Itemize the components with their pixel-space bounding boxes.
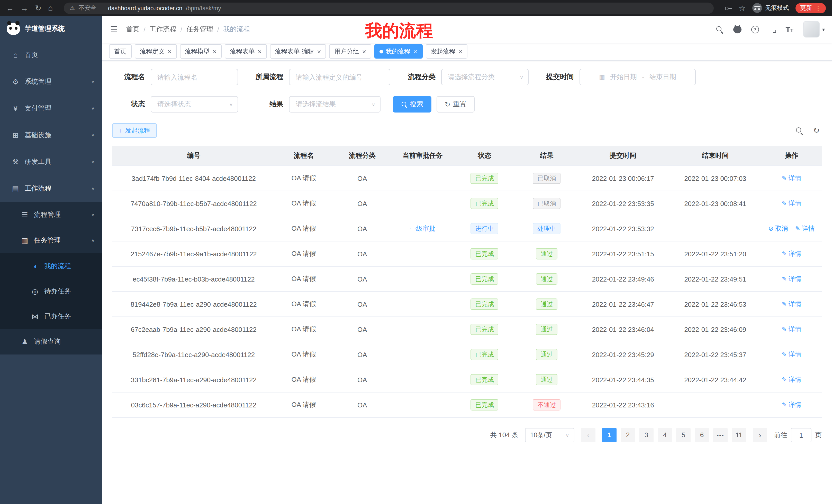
avatar [803, 21, 820, 37]
search-toggle-icon[interactable] [796, 127, 803, 134]
start-process-button[interactable]: + 发起流程 [112, 123, 157, 138]
detail-action-label: 详情 [788, 250, 801, 257]
prev-page-button[interactable]: ‹ [581, 428, 595, 442]
password-key-icon[interactable] [724, 4, 732, 12]
home-icon[interactable]: ⌂ [48, 4, 53, 12]
tab-process-form[interactable]: 流程表单× [225, 44, 267, 59]
sidebar-item-task-management[interactable]: ▥任务管理∧ [0, 228, 102, 253]
next-page-button[interactable]: › [753, 428, 767, 442]
filter-process-name: 流程名 [112, 69, 238, 85]
filter-process-definition: 所属流程 [251, 69, 390, 85]
page-button-1[interactable]: 1 [602, 428, 617, 442]
page-button-4[interactable]: 4 [658, 428, 672, 442]
detail-action-link[interactable]: ✎详情 [782, 300, 801, 307]
sidebar-item-home[interactable]: ⌂首页 [0, 41, 102, 68]
goto-page-input[interactable] [791, 428, 811, 442]
browser-menu-icon[interactable]: ⋮ [815, 4, 821, 11]
github-icon[interactable] [733, 25, 741, 33]
close-icon[interactable]: × [317, 48, 321, 55]
incognito-profile-chip[interactable]: 无痕模式 [752, 3, 789, 13]
page-button-2[interactable]: 2 [621, 428, 635, 442]
breadcrumb-item[interactable]: 首页 [126, 25, 139, 34]
app-logo[interactable]: 芋道管理系统 [0, 16, 102, 41]
close-icon[interactable]: × [413, 48, 417, 55]
fullscreen-icon[interactable] [769, 26, 776, 33]
page-button-3[interactable]: 3 [639, 428, 654, 442]
sidebar-item-workflow[interactable]: ▤工作流程∧ [0, 175, 102, 202]
browser-update-button[interactable]: 更新 ⋮ [796, 3, 826, 13]
page-more-button[interactable]: ••• [713, 428, 728, 442]
process-name-input[interactable] [151, 69, 238, 85]
detail-icon: ✎ [782, 275, 787, 282]
reload-icon[interactable]: ↻ [35, 4, 42, 12]
breadcrumb-item[interactable]: 任务管理 [186, 25, 213, 34]
detail-action-link[interactable]: ✎详情 [795, 225, 815, 232]
result-placeholder: 请选择流结果 [296, 100, 336, 109]
sidebar-item-infrastructure[interactable]: ⊞基础设施∨ [0, 122, 102, 148]
sidebar-item-done-task[interactable]: ⋈已办任务 [0, 304, 102, 329]
forward-icon[interactable]: → [21, 4, 28, 12]
back-icon[interactable]: ← [6, 4, 14, 12]
tab-process-form-edit[interactable]: 流程表单-编辑× [270, 44, 326, 59]
sidebar-item-system-management[interactable]: ⚙系统管理∨ [0, 68, 102, 95]
tab-start-process[interactable]: 发起流程× [425, 44, 467, 59]
detail-action-link[interactable]: ✎详情 [782, 351, 801, 358]
search-icon[interactable] [716, 25, 723, 33]
tab-process-definition[interactable]: 流程定义× [135, 44, 177, 59]
cancel-action-link[interactable]: ⊘取消 [769, 225, 788, 232]
user-avatar-menu[interactable]: ▾ [803, 21, 825, 37]
sidebar-item-todo-task[interactable]: ◎待办任务 [0, 278, 102, 304]
cell-end-time: 2022-01-22 23:46:09 [669, 317, 761, 342]
cell-current-task [392, 267, 453, 291]
help-icon[interactable]: ? [751, 25, 759, 33]
status-select[interactable]: 请选择状态 ∨ [151, 96, 238, 113]
submit-time-range-picker[interactable]: ▦ 开始日期 - 结束日期 [579, 69, 696, 85]
page-button-5[interactable]: 5 [676, 428, 691, 442]
detail-action-link[interactable]: ✎详情 [782, 250, 801, 257]
close-icon[interactable]: × [459, 48, 462, 55]
tab-home[interactable]: 首页 [109, 44, 132, 59]
sidebar-item-payment-management[interactable]: ¥支付管理∨ [0, 95, 102, 122]
current-task-link[interactable]: 一级审批 [410, 225, 435, 232]
column-header: 操作 [761, 146, 822, 166]
cell-end-time: 2022-01-22 23:51:20 [669, 241, 761, 267]
close-icon[interactable]: × [167, 48, 172, 55]
breadcrumb-item[interactable]: 工作流程 [150, 25, 176, 34]
page-button-11[interactable]: 11 [732, 428, 746, 442]
detail-action-link[interactable]: ✎详情 [782, 326, 801, 333]
address-bar[interactable]: ⚠ 不安全 dashboard.yudao.iocoder.cn/bpm/tas… [63, 2, 713, 13]
sidebar-item-process-management[interactable]: ☰流程管理∨ [0, 202, 102, 228]
cell-submit-time: 2022-01-23 00:06:17 [577, 166, 669, 191]
tab-my-process[interactable]: 我的流程× [374, 44, 422, 59]
close-icon[interactable]: × [213, 48, 216, 55]
process-definition-input[interactable] [289, 69, 390, 85]
sidebar-item-my-process[interactable]: ◖我的流程 [0, 253, 102, 278]
detail-action-link[interactable]: ✎详情 [782, 376, 801, 383]
hamburger-icon[interactable]: ☰ [102, 24, 126, 35]
result-select[interactable]: 请选择流结果 ∨ [289, 96, 381, 113]
detail-action-link[interactable]: ✎详情 [782, 401, 801, 408]
pagination: 共 104 条 10条/页 ∨ ‹ 123456•••11 › 前往 页 [112, 428, 822, 442]
search-button[interactable]: 搜索 [393, 96, 432, 113]
category-select[interactable]: 请选择流程分类 ∨ [441, 69, 529, 85]
sidebar-item-leave-query[interactable]: ♟请假查询 [0, 329, 102, 355]
detail-action-link[interactable]: ✎详情 [782, 200, 801, 207]
detail-action-link[interactable]: ✎详情 [782, 174, 801, 181]
sidebar-item-dev-tools[interactable]: ⚒研发工具∨ [0, 148, 102, 175]
security-label: 不安全 [78, 4, 96, 12]
cell-id: 819442e8-7b9a-11ec-a290-acde48001122 [112, 291, 275, 317]
goto-label: 前往 [774, 430, 787, 440]
close-icon[interactable]: × [362, 48, 366, 55]
tab-process-model[interactable]: 流程模型× [180, 44, 222, 59]
refresh-table-icon[interactable]: ↻ [813, 126, 820, 135]
close-icon[interactable]: × [258, 48, 261, 55]
workflow-icon: ▤ [10, 185, 21, 193]
tab-user-group[interactable]: 用户分组× [329, 44, 371, 59]
font-size-icon[interactable]: TT [785, 25, 794, 34]
bookmark-star-icon[interactable]: ☆ [739, 4, 746, 12]
page-size-select[interactable]: 10条/页 ∨ [525, 428, 574, 442]
cell-end-time [669, 216, 761, 241]
reset-button[interactable]: ↻ 重置 [437, 96, 475, 113]
page-button-6[interactable]: 6 [695, 428, 709, 442]
detail-action-link[interactable]: ✎详情 [782, 275, 801, 282]
